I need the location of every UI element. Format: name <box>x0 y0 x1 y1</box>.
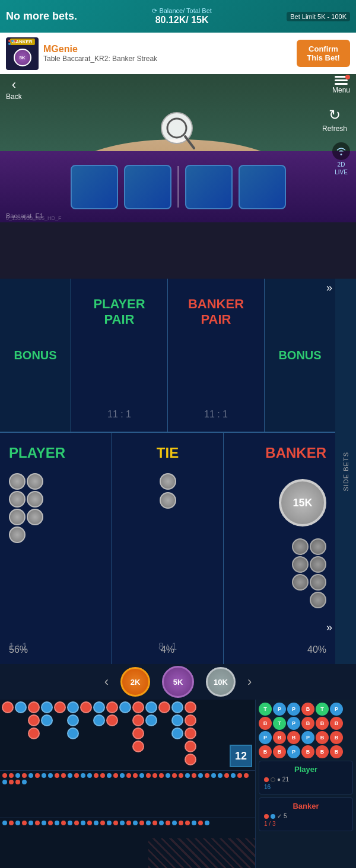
bead-column <box>145 701 158 727</box>
scoreboard: 12 <box>0 700 356 868</box>
bead <box>28 727 40 739</box>
player-pair-area[interactable]: PLAYERPAIR 11 : 1 <box>71 279 168 432</box>
chip-2k-button[interactable]: 2K <box>120 667 150 697</box>
chip <box>27 491 43 508</box>
top-bet-section: BONUS PLAYERPAIR 11 : 1 BANKERPAIR 11 : … <box>0 279 335 433</box>
dot <box>159 773 164 778</box>
player-bet-area[interactable]: PLAYER 1 : 1 56% <box>0 433 112 664</box>
bead <box>132 714 144 726</box>
dot <box>94 773 98 778</box>
back-button[interactable]: ‹ Back <box>6 77 22 101</box>
dot <box>42 773 46 778</box>
banker-chips <box>285 538 326 608</box>
bead <box>132 727 144 739</box>
bead-column <box>66 701 80 740</box>
tie-label: TIE <box>157 445 179 461</box>
refresh-icon: ↻ <box>329 107 341 123</box>
session-id: 0_1337930_h65_HD_F <box>6 215 62 221</box>
score-b: B <box>316 717 329 730</box>
dot <box>61 773 66 778</box>
refresh-button[interactable]: ↻ Refresh <box>322 107 347 133</box>
bead <box>54 701 66 713</box>
player-stat-dots: ● 21 <box>264 776 348 783</box>
banker-pair-area[interactable]: BANKERPAIR 11 : 1 <box>168 279 264 432</box>
side-bets-label: SIDE BETS <box>342 452 349 491</box>
bead <box>132 701 144 713</box>
chip <box>9 509 26 525</box>
bead <box>106 714 118 726</box>
banker-pair-odds: 11 : 1 <box>204 409 228 420</box>
chip <box>310 556 326 573</box>
bead-column <box>132 701 145 753</box>
bead-column <box>80 701 93 714</box>
notif-icon: BANKER 5K <box>6 37 39 70</box>
dot <box>139 821 144 825</box>
live-label[interactable]: LIVE <box>335 169 348 175</box>
dot <box>133 773 138 778</box>
bet-limit-label: Bet Limit 5K - 100K <box>287 12 350 21</box>
bead <box>67 714 79 726</box>
bead <box>185 701 196 713</box>
dot <box>74 821 79 825</box>
back-label: Back <box>6 92 22 101</box>
main-bet-section: PLAYER 1 : 1 56% TIE 8 : 1 4% BANKER 15K <box>0 433 335 664</box>
bead <box>119 701 131 713</box>
bonus-right-area[interactable]: BONUS <box>264 279 335 432</box>
bonus-left-label: BONUS <box>14 349 56 362</box>
menu-button[interactable]: Menu <box>332 76 350 94</box>
dot <box>100 773 105 778</box>
dot <box>9 780 14 784</box>
score-t: T <box>259 703 272 716</box>
big-road: 12 <box>0 700 255 771</box>
notification-bar: BANKER 5K MGenie Table Baccarat_KR2: Ban… <box>0 33 356 74</box>
dot <box>179 821 183 825</box>
expand-top-icon[interactable]: » <box>326 282 332 294</box>
banker-pair-label: BANKERPAIR <box>188 296 244 328</box>
banker-count-extra: 1 / 3 <box>264 821 348 827</box>
chip-15k: 15K <box>279 479 326 526</box>
chip <box>292 556 309 573</box>
bead <box>132 741 144 752</box>
dot <box>271 777 275 782</box>
dot <box>198 773 203 778</box>
2d-label[interactable]: 2D <box>338 161 345 168</box>
menu-label: Menu <box>332 86 350 94</box>
dot <box>231 773 236 778</box>
bead <box>158 701 170 713</box>
bead-column <box>106 701 119 727</box>
dot <box>22 821 27 825</box>
bead <box>93 701 105 713</box>
chip <box>310 574 326 591</box>
dot <box>218 773 223 778</box>
zoom-magnifier <box>160 111 196 155</box>
bead-column <box>93 701 106 727</box>
banker-bet-area[interactable]: BANKER 15K 40% <box>224 433 335 664</box>
dot <box>2 773 7 778</box>
dot <box>48 821 53 825</box>
bead-column <box>1 701 14 714</box>
notif-text: MGenie Table Baccarat_KR2: Banker Streak <box>43 44 297 63</box>
chip-prev-button[interactable]: ‹ <box>104 674 109 690</box>
confirm-bet-button[interactable]: Confirm This Bet! <box>297 40 350 67</box>
dot <box>172 773 177 778</box>
dot <box>8 43 11 45</box>
chip-5k-button[interactable]: 5K <box>162 666 194 698</box>
chip <box>9 526 26 543</box>
bead-column <box>14 701 27 714</box>
expand-bottom-icon[interactable]: » <box>326 621 332 634</box>
dot <box>120 773 125 778</box>
tie-bet-area[interactable]: TIE 8 : 1 4% <box>112 433 224 664</box>
chip-next-button[interactable]: › <box>247 674 252 690</box>
chip-10k-button[interactable]: 10K <box>206 667 236 697</box>
dot <box>100 821 105 825</box>
dot <box>11 40 14 42</box>
bead <box>93 714 105 726</box>
dot <box>271 814 275 819</box>
score-left-panel: 12 <box>0 700 255 868</box>
dot <box>205 821 209 825</box>
dot <box>9 773 14 778</box>
bonus-left-area[interactable]: BONUS <box>0 279 71 432</box>
score-p: P <box>287 703 300 716</box>
bead <box>185 741 196 752</box>
bonus-right-label: BONUS <box>278 349 321 362</box>
